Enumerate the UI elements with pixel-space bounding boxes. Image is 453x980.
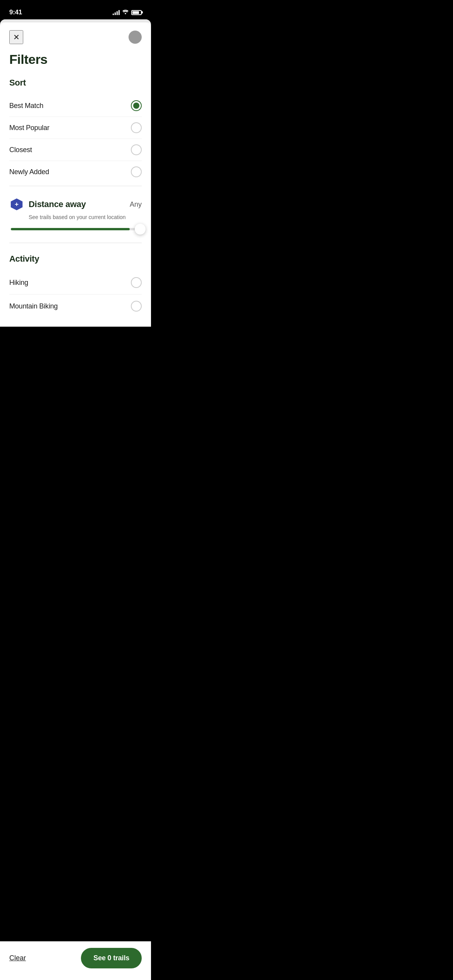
radio-mountain-biking (131, 301, 142, 312)
radio-newly-added (131, 166, 142, 177)
distance-slider[interactable] (9, 228, 142, 230)
activity-label-hiking: Hiking (9, 279, 28, 287)
distance-title-group: + Distance away (9, 197, 86, 212)
activity-section: Activity Hiking Mountain Biking (9, 246, 142, 318)
distance-icon: + (9, 197, 24, 212)
radio-most-popular (131, 122, 142, 133)
activity-option-mountain-biking[interactable]: Mountain Biking (9, 295, 142, 318)
page-title: Filters (9, 52, 142, 67)
sort-label-closest: Closest (9, 146, 32, 154)
modal-handle (0, 19, 151, 22)
sort-option-best-match[interactable]: Best Match (9, 95, 142, 117)
modal-header: ✕ (9, 30, 142, 44)
signal-icon (113, 10, 120, 15)
info-dot (129, 31, 142, 44)
slider-thumb[interactable] (135, 224, 146, 235)
status-icons (113, 9, 142, 16)
sort-label-newly-added: Newly Added (9, 168, 49, 176)
distance-header: + Distance away Any (9, 197, 142, 212)
home-indicator (50, 330, 101, 332)
close-icon: ✕ (13, 33, 20, 41)
distance-section: + Distance away Any See trails based on … (9, 189, 142, 240)
activity-option-hiking[interactable]: Hiking (9, 271, 142, 295)
modal-container: ✕ Filters Sort Best Match Most Popular C… (0, 19, 151, 327)
sort-label-most-popular: Most Popular (9, 124, 50, 132)
radio-best-match (131, 100, 142, 111)
slider-track (11, 228, 140, 230)
activity-label-mountain-biking: Mountain Biking (9, 302, 58, 310)
sort-label-best-match: Best Match (9, 102, 43, 110)
battery-icon (131, 10, 142, 15)
distance-subtitle: See trails based on your current locatio… (9, 214, 142, 220)
svg-point-0 (125, 13, 126, 14)
svg-text:+: + (15, 200, 19, 208)
modal-content: ✕ Filters Sort Best Match Most Popular C… (0, 22, 151, 327)
slider-fill (11, 228, 130, 230)
radio-hiking (131, 277, 142, 288)
sort-option-most-popular[interactable]: Most Popular (9, 117, 142, 139)
wifi-icon (122, 9, 129, 16)
distance-value: Any (130, 200, 142, 209)
divider-2 (9, 243, 142, 243)
sort-option-closest[interactable]: Closest (9, 139, 142, 161)
sort-option-newly-added[interactable]: Newly Added (9, 161, 142, 183)
sort-section: Sort Best Match Most Popular Closest New… (9, 78, 142, 183)
status-time: 9:41 (9, 9, 22, 16)
radio-closest (131, 144, 142, 155)
divider-1 (9, 186, 142, 186)
sort-section-title: Sort (9, 78, 142, 88)
distance-title: Distance away (29, 199, 86, 209)
activity-section-title: Activity (9, 254, 142, 264)
close-button[interactable]: ✕ (9, 30, 23, 44)
status-bar: 9:41 (0, 0, 151, 19)
